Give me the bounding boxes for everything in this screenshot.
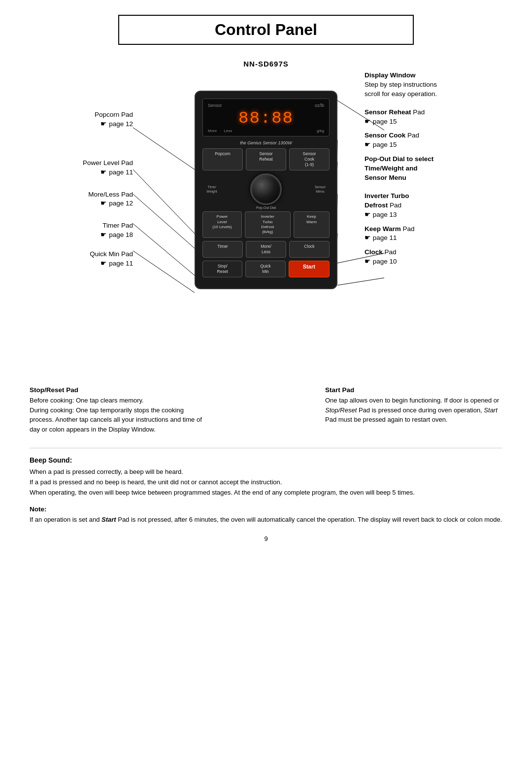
inverter-turbo-defrost-bold: Inverter TurboDefrost	[365, 192, 409, 209]
right-labels: Display Window Step by step instructions…	[365, 71, 502, 273]
clock-label: Clock Pad ☛ page 10	[365, 248, 502, 267]
diagram-area: Popcorn Pad ☛ page 12 Power Level Pad ☛ …	[30, 71, 502, 376]
sensor-cook-button[interactable]: SensorCook(1-9)	[289, 148, 330, 170]
left-labels: Popcorn Pad ☛ page 12 Power Level Pad ☛ …	[30, 110, 133, 279]
sensor-reheat-button[interactable]: SensorReheat	[246, 148, 286, 170]
start-button[interactable]: Start	[289, 261, 330, 277]
inverter-turbo-defrost-label: Inverter TurboDefrost Pad ☛ page 13	[365, 192, 502, 220]
page-number: 9	[30, 535, 502, 542]
timer-pad-label: Timer Pad ☛ page 18	[30, 221, 133, 240]
dial-left-label: Time/Weight	[202, 185, 221, 194]
start-text-2: Pad is pressed once during oven operatio…	[359, 406, 484, 414]
svg-line-3	[133, 224, 195, 275]
svg-line-2	[133, 194, 195, 248]
sensor-cook-page: ☛ page 15	[365, 141, 397, 148]
note-text-content: If an operation is set and Start Pad is …	[30, 516, 502, 523]
sensor-cook-label: Sensor Cook Pad ☛ page 15	[365, 131, 502, 150]
note-text: If an operation is set and Start Pad is …	[30, 515, 502, 525]
top-button-row: Popcorn SensorReheat SensorCook(1-9)	[202, 148, 330, 170]
quick-min-pad-bold: Quick Min	[90, 250, 119, 258]
clock-bold: Clock	[365, 248, 383, 256]
display-window-text: Step by step instructionsscroll for easy…	[365, 81, 437, 98]
start-text-1: One tap allows oven to begin functioning…	[325, 397, 499, 404]
power-level-pad-label: Power Level Pad ☛ page 11	[30, 159, 133, 177]
stop-reset-button[interactable]: Stop/Reset	[202, 261, 242, 277]
display-area: Sensor oz/lb 88:88 More Less g/kg	[202, 99, 330, 136]
before-cooking-bold: Before cooking:	[30, 397, 74, 404]
beep-text-2: If a pad is pressed and no beep is heard…	[30, 478, 282, 486]
digit-display: 88:88	[238, 109, 294, 128]
svg-line-11	[337, 278, 384, 285]
power-level-button[interactable]: PowerLevel(10 Levels)	[202, 211, 242, 238]
start-section: Start Pad One tap allows oven to begin f…	[325, 386, 502, 434]
sensor-cook-bold: Sensor Cook	[365, 132, 405, 139]
display-window-bold: Display Window	[365, 71, 415, 79]
oz-lb-label: oz/lb	[315, 103, 324, 108]
keep-warm-label: Keep Warm Pad ☛ page 11	[365, 225, 502, 243]
sensor-reheat-page: ☛ page 15	[365, 118, 397, 125]
start-stop-reset-ref: Stop/Reset	[325, 406, 357, 414]
less-label: Less	[224, 129, 232, 133]
dial-row: Time/Weight SensorMenu	[202, 173, 330, 205]
inverter-turbo-defrost-page: ☛ page 13	[365, 211, 397, 218]
keep-warm-button[interactable]: KeepWarm	[294, 211, 330, 238]
beep-text-1: When a pad is pressed correctly, a beep …	[30, 468, 183, 475]
genius-text: the Genius Sensor 1300W	[240, 140, 292, 145]
bottom-button-row: Stop/Reset QuickMin Start	[202, 261, 330, 277]
beep-text-3: When operating, the oven will beep twice…	[30, 489, 415, 496]
quick-min-pad-label: Quick Min Pad ☛ page 11	[30, 250, 133, 268]
third-button-row: Timer More/Less Clock	[202, 241, 330, 258]
quick-min-pad-page: ☛ page 11	[100, 260, 133, 267]
display-window-ref: Display Window	[108, 426, 154, 433]
display-digits: 88:88	[208, 109, 324, 128]
more-less-pad-label: More/Less Pad ☛ page 12	[30, 190, 133, 209]
more-label: More	[208, 129, 217, 133]
display-bottom-row: More Less g/kg	[208, 129, 324, 133]
dial-right-label: SensorMenu	[311, 185, 330, 194]
note-section: Note: If an operation is set and Start P…	[30, 505, 502, 525]
model-label: NN-SD697S	[30, 60, 502, 68]
pop-out-dial-label: Pop-Out Dial to selectTime/Weight andSen…	[365, 155, 502, 183]
beep-sound-title: Beep Sound:	[30, 456, 502, 464]
start-text: One tap allows oven to begin functioning…	[325, 396, 502, 425]
display-top-row: Sensor oz/lb	[208, 103, 324, 108]
stop-reset-title: Stop/Reset Pad	[30, 386, 207, 394]
power-level-pad-bold: Power Level	[83, 159, 119, 167]
popcorn-pad-label: Popcorn Pad ☛ page 12	[30, 110, 133, 129]
start-ref: Start	[484, 406, 497, 414]
display-window-label: Display Window Step by step instructions…	[365, 71, 502, 99]
dial-center	[221, 173, 311, 205]
timer-button[interactable]: Timer	[202, 241, 243, 258]
pop-out-dial[interactable]	[250, 173, 282, 205]
beep-sound-text: When a pad is pressed correctly, a beep …	[30, 467, 502, 498]
sensor-label: Sensor	[208, 103, 222, 108]
more-less-button[interactable]: More/Less	[246, 241, 286, 258]
g-kg-label: g/kg	[317, 129, 324, 133]
svg-line-1	[133, 169, 195, 234]
note-title: Note:	[30, 505, 502, 513]
inverter-turbo-button[interactable]: InverterTurboDefrost(lb/kg)	[245, 211, 291, 238]
microwave-panel: Sensor oz/lb 88:88 More Less g/kg the Ge…	[195, 91, 337, 289]
display-bottom-left: More Less	[208, 129, 232, 133]
timer-pad-page: ☛ page 18	[100, 231, 133, 238]
keep-warm-page: ☛ page 11	[365, 234, 397, 241]
stop-reset-text: Before cooking: One tap clears memory. D…	[30, 396, 207, 434]
more-less-pad-page: ☛ page 12	[100, 200, 133, 207]
clock-button[interactable]: Clock	[289, 241, 330, 258]
power-level-pad-page: ☛ page 11	[100, 168, 133, 176]
quick-min-button[interactable]: QuickMin	[245, 261, 285, 277]
popcorn-pad-bold: Popcorn	[95, 111, 119, 118]
during-cooking-bold: During cooking:	[30, 406, 74, 414]
page-title: Control Panel	[118, 15, 414, 45]
sensor-reheat-label: Sensor Reheat Pad ☛ page 15	[365, 108, 502, 127]
middle-button-row: PowerLevel(10 Levels) InverterTurboDefro…	[202, 211, 330, 238]
genius-label: the Genius Sensor 1300W	[202, 140, 330, 145]
microwave-body: Sensor oz/lb 88:88 More Less g/kg the Ge…	[195, 91, 337, 289]
pop-out-label: Pop-Out Dial	[202, 206, 330, 209]
start-text-3: Pad must be pressed again to restart ove…	[325, 416, 448, 423]
popcorn-button[interactable]: Popcorn	[202, 148, 243, 170]
pop-out-dial-bold: Pop-Out Dial to selectTime/Weight andSen…	[365, 155, 433, 181]
stop-reset-section: Stop/Reset Pad Before cooking: One tap c…	[30, 386, 207, 434]
before-cooking-text: One tap clears memory.	[76, 397, 144, 404]
popcorn-pad-page: ☛ page 12	[100, 120, 133, 128]
